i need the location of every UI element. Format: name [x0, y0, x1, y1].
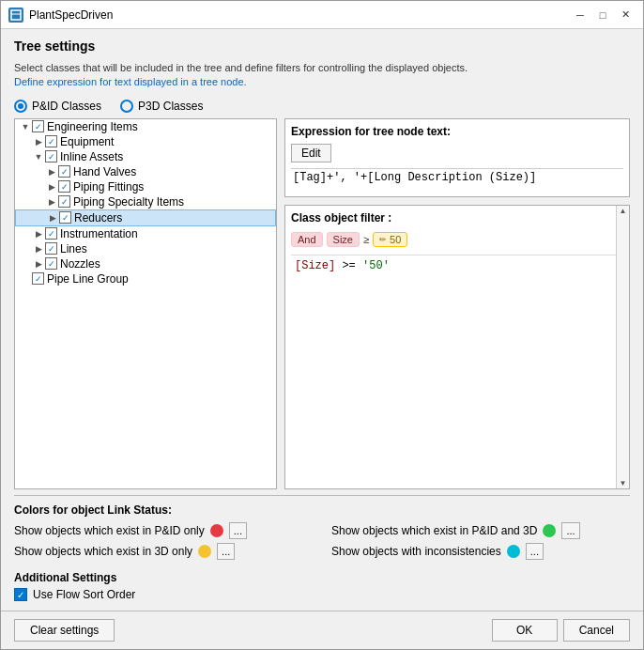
color-dot-inconsistencies: [507, 545, 520, 558]
filter-tags: And Size ≥ ✏ 50: [291, 232, 623, 247]
radio-pid[interactable]: P&ID Classes: [14, 100, 101, 113]
radio-p3d-btn[interactable]: [120, 100, 133, 113]
color-btn-pid-3d[interactable]: ...: [561, 522, 579, 539]
label-piping-specialty: Piping Specialty Items: [73, 195, 184, 209]
expand-instrumentation[interactable]: ▶: [32, 227, 45, 240]
filter-scrollbar[interactable]: ▲ ▼: [616, 206, 629, 488]
color-row-3d-only: Show objects which exist in 3D only ...: [14, 543, 313, 560]
label-pipe-line-group: Pipe Line Group: [47, 272, 129, 286]
filter-value-text: 50: [390, 234, 401, 245]
checkbox-piping-fittings[interactable]: ✓: [58, 180, 70, 193]
color-dot-pid-only: [210, 524, 223, 537]
color-row-pid-only-label: Show objects which exist in P&ID only: [14, 524, 205, 537]
description-link[interactable]: Define expression for text displayed in …: [14, 76, 247, 87]
right-panel: Expression for tree node text: Edit [Tag…: [284, 118, 630, 489]
label-inline-assets: Inline Assets: [60, 150, 123, 163]
main-window: PlantSpecDriven ─ □ ✕ Tree settings Sele…: [0, 0, 644, 650]
tree-panel[interactable]: ▼ ✓ Engineering Items ▶ ✓ Equipment ▼ ✓ …: [14, 118, 277, 489]
filter-tag-value[interactable]: ✏ 50: [373, 232, 407, 247]
main-area: ▼ ✓ Engineering Items ▶ ✓ Equipment ▼ ✓ …: [14, 118, 630, 489]
filter-tag-and[interactable]: And: [291, 232, 323, 247]
tree-item-instrumentation[interactable]: ▶ ✓ Instrumentation: [15, 226, 276, 241]
window-content: Tree settings Select classes that will b…: [1, 29, 643, 611]
expand-equipment[interactable]: ▶: [32, 135, 45, 148]
color-btn-pid-only[interactable]: ...: [229, 522, 247, 539]
filter-tag-size[interactable]: Size: [327, 232, 360, 247]
color-btn-inconsistencies[interactable]: ...: [526, 543, 544, 560]
tree-item-piping-specialty[interactable]: ▶ ✓ Piping Specialty Items: [15, 194, 276, 209]
section-title: Tree settings: [14, 39, 630, 54]
radio-p3d[interactable]: P3D Classes: [120, 100, 203, 113]
colors-title: Colors for object Link Status:: [14, 503, 630, 517]
checkbox-pipe-line-group[interactable]: ✓: [32, 272, 44, 285]
radio-p3d-label: P3D Classes: [138, 100, 203, 113]
checkbox-engineering-items[interactable]: ✓: [32, 120, 44, 132]
description: Select classes that will be included in …: [14, 61, 630, 90]
tree-item-nozzles[interactable]: ▶ ✓ Nozzles: [15, 256, 276, 271]
tree-item-reducers[interactable]: ▶ ✓ Reducers: [15, 209, 276, 226]
app-icon: [8, 8, 23, 23]
tree-item-pipe-line-group[interactable]: ▶ ✓ Pipe Line Group: [15, 271, 276, 286]
checkbox-reducers[interactable]: ✓: [59, 211, 71, 224]
tree-item-hand-valves[interactable]: ▶ ✓ Hand Valves: [15, 164, 276, 179]
color-row-pid-3d-label: Show objects which exist in P&ID and 3D: [331, 524, 537, 537]
scroll-up-arrow[interactable]: ▲: [620, 207, 627, 215]
radio-pid-btn[interactable]: [14, 100, 27, 113]
tree-item-piping-fittings[interactable]: ▶ ✓ Piping Fittings: [15, 179, 276, 194]
scroll-down-arrow[interactable]: ▼: [620, 479, 627, 488]
label-instrumentation: Instrumentation: [60, 227, 138, 240]
label-piping-fittings: Piping Fittings: [73, 180, 144, 193]
expand-piping-fittings[interactable]: ▶: [45, 180, 58, 193]
label-nozzles: Nozzles: [60, 257, 100, 271]
filter-edit-icon: ✏: [379, 235, 387, 244]
checkbox-instrumentation[interactable]: ✓: [45, 227, 57, 240]
expand-engineering-items[interactable]: ▼: [19, 120, 32, 133]
tree-item-inline-assets[interactable]: ▼ ✓ Inline Assets: [15, 149, 276, 164]
bottom-right-buttons: OK Cancel: [492, 619, 630, 642]
clear-settings-button[interactable]: Clear settings: [14, 619, 115, 642]
close-button[interactable]: ✕: [615, 7, 636, 23]
ok-button[interactable]: OK: [492, 619, 558, 642]
checkbox-nozzles[interactable]: ✓: [45, 257, 57, 270]
minimize-button[interactable]: ─: [570, 7, 590, 23]
expression-panel: Expression for tree node text: Edit [Tag…: [284, 118, 630, 197]
title-bar-left: PlantSpecDriven: [8, 8, 113, 23]
colors-grid: Show objects which exist in P&ID only ..…: [14, 522, 630, 560]
window-title: PlantSpecDriven: [29, 8, 113, 22]
checkbox-hand-valves[interactable]: ✓: [58, 165, 70, 178]
checkbox-piping-specialty[interactable]: ✓: [58, 195, 70, 208]
expand-inline-assets[interactable]: ▼: [32, 150, 45, 163]
filter-tag-op: ≥: [363, 234, 369, 245]
tree-item-lines[interactable]: ▶ ✓ Lines: [15, 241, 276, 256]
label-equipment: Equipment: [60, 135, 114, 148]
use-flow-sort-checkbox[interactable]: ✓: [14, 588, 27, 601]
radio-group: P&ID Classes P3D Classes: [14, 100, 630, 113]
use-flow-sort-label: Use Flow Sort Order: [33, 588, 135, 601]
checkbox-equipment[interactable]: ✓: [45, 135, 57, 147]
checkbox-lines[interactable]: ✓: [45, 242, 57, 255]
filter-expr-bracket-open: [Size]: [295, 259, 335, 272]
edit-button[interactable]: Edit: [291, 144, 331, 162]
description-line1: Select classes that will be included in …: [14, 62, 468, 73]
additional-title: Additional Settings: [14, 571, 630, 584]
expression-panel-title: Expression for tree node text:: [291, 125, 623, 138]
cancel-button[interactable]: Cancel: [563, 619, 630, 642]
filter-panel: Class object filter : And Size ≥ ✏ 50 [S…: [284, 205, 630, 489]
maximize-button[interactable]: □: [592, 7, 613, 23]
tree-item-equipment[interactable]: ▶ ✓ Equipment: [15, 134, 276, 149]
expand-piping-specialty[interactable]: ▶: [45, 195, 58, 209]
title-bar: PlantSpecDriven ─ □ ✕: [1, 1, 643, 29]
expand-lines[interactable]: ▶: [32, 242, 45, 255]
expand-hand-valves[interactable]: ▶: [45, 165, 58, 178]
use-flow-sort-row[interactable]: ✓ Use Flow Sort Order: [14, 588, 630, 601]
checkbox-inline-assets[interactable]: ✓: [45, 150, 57, 162]
radio-pid-label: P&ID Classes: [32, 100, 101, 113]
color-btn-3d-only[interactable]: ...: [217, 543, 235, 560]
tree-item-engineering-items[interactable]: ▼ ✓ Engineering Items: [15, 119, 276, 134]
color-row-3d-only-label: Show objects which exist in 3D only: [14, 545, 192, 558]
expand-reducers[interactable]: ▶: [46, 211, 59, 224]
filter-expression: [Size] >= '50': [291, 255, 623, 276]
expand-nozzles[interactable]: ▶: [32, 257, 45, 271]
color-dot-pid-3d: [543, 524, 556, 537]
svg-rect-0: [11, 10, 21, 20]
